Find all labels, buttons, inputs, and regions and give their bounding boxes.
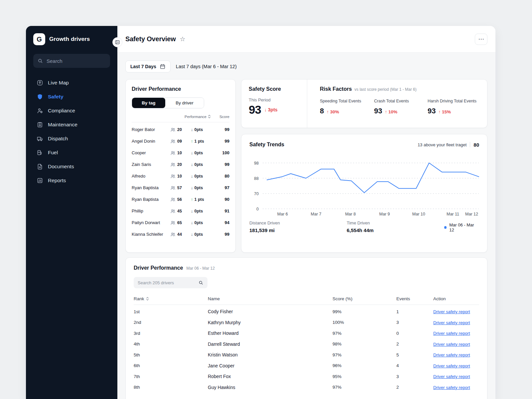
driver-safety-report-link[interactable]: Driver safety report	[433, 363, 470, 368]
favorite-star-icon[interactable]: ☆	[180, 35, 186, 43]
sidebar-item-maintenance[interactable]: Maintenance	[33, 118, 110, 132]
people-icon	[170, 208, 176, 214]
fleet-target: 13 above your fleet traget 80	[418, 142, 479, 148]
driver-count: 10	[170, 174, 191, 179]
card-title: Driver Performance	[132, 86, 229, 92]
safety-trends-card: Safety Trends 13 above your fleet traget…	[241, 134, 487, 253]
tab-by-tag[interactable]: By tag	[132, 98, 165, 108]
performance-delta: ↓ 0pts	[191, 208, 217, 213]
sort-icon	[146, 297, 149, 301]
sidebar-item-reports[interactable]: Reports	[33, 174, 110, 188]
events-cell: 1	[396, 309, 433, 314]
people-icon	[170, 127, 176, 132]
driver-safety-report-link[interactable]: Driver safety report	[433, 331, 470, 336]
events-cell: 4	[396, 363, 433, 368]
rank-cell: 7th	[134, 374, 208, 379]
driver-safety-report-link[interactable]: Driver safety report	[433, 385, 470, 390]
risk-stat-harsh-driving: Harsh Driving Total Events 93 ↑ 15%	[428, 99, 479, 115]
date-range-button[interactable]: Last 7 Days	[125, 61, 171, 72]
action-cell: Driver safety report	[433, 330, 479, 336]
search-icon	[199, 280, 203, 285]
performance-sort-header[interactable]: Performance	[185, 114, 211, 119]
driver-name: Roger Bator	[132, 127, 170, 132]
driver-safety-report-link[interactable]: Driver safety report	[433, 352, 470, 357]
sidebar-item-safety[interactable]: Safety	[33, 90, 110, 104]
score-cell: 96%	[332, 363, 396, 368]
driver-name: Kianna Schleifer	[132, 232, 170, 237]
down-arrow-icon: ↓	[191, 174, 193, 179]
events-cell: 5	[396, 352, 433, 357]
sidebar-item-fuel[interactable]: Fuel	[33, 146, 110, 160]
rank-sort-header[interactable]: Rank	[134, 296, 208, 301]
name-cell: Guy Hawkins	[208, 385, 332, 390]
sidebar-item-compliance[interactable]: Compliance	[33, 104, 110, 118]
sidebar-search[interactable]	[33, 54, 110, 68]
sidebar-item-documents[interactable]: Documents	[33, 160, 110, 174]
performance-row: Cooper 10 ↓ 0pts 100	[132, 147, 229, 159]
legend-label: Mar 06 - Mar 12	[449, 222, 479, 232]
performance-delta: ↓ 0pts	[191, 150, 217, 155]
table-row: 8th Guy Hawkins 97% 2 Driver safety repo…	[134, 382, 479, 393]
table-row: 2nd Kathryn Murphy 100% 3 Driver safety …	[134, 317, 479, 328]
svg-text:Mar 11: Mar 11	[447, 212, 459, 216]
table-row: 7th Robert Fox 95% 3 Driver safety repor…	[134, 371, 479, 382]
driver-safety-report-link[interactable]: Driver safety report	[433, 320, 470, 325]
down-arrow-icon: ↓	[191, 220, 193, 225]
date-range-text: Last 7 days (Mar 6 - Mar 12)	[176, 64, 237, 69]
performance-rows: Roger Bator 20 ↓ 0pts 99 Angel Donin 09 …	[132, 124, 229, 240]
time-driven-stat: Time Driven 6,554h 44m	[347, 220, 444, 233]
stat-value: 181,539 mi	[249, 227, 347, 233]
sidebar-collapse-button[interactable]	[112, 37, 122, 47]
performance-row: Kianna Schleifer 44 ↓ 0pts 99	[132, 228, 229, 240]
reports-icon	[37, 177, 43, 184]
name-cell: Darrell Steward	[208, 341, 332, 347]
sidebar-search-input[interactable]	[47, 58, 113, 64]
performance-table-header: Performance Score	[132, 114, 229, 122]
sidebar-item-dispatch[interactable]: Dispatch	[33, 132, 110, 146]
driver-name: Zain Saris	[132, 162, 170, 167]
driver-name: Ryan Baptista	[132, 185, 170, 190]
brand: G Growth drivers	[33, 33, 110, 45]
performance-delta: ↑ 1 pts	[191, 139, 217, 144]
sidebar-item-live-map[interactable]: Live Map	[33, 76, 110, 90]
action-cell: Driver safety report	[433, 341, 479, 347]
down-arrow-icon: ↓	[191, 127, 193, 132]
risk-stat-value: 93	[374, 107, 382, 115]
performance-delta: ↓ 0pts	[191, 174, 217, 179]
people-icon	[170, 139, 176, 144]
risk-stats: Speeding Total Events 8 ↑ 30% Crash Tota…	[320, 99, 479, 115]
drivers-search[interactable]	[134, 277, 207, 288]
driver-count: 56	[170, 197, 191, 202]
performance-delta: ↓ 0pts	[191, 185, 217, 190]
drivers-search-input[interactable]	[138, 280, 199, 285]
risk-stat-value: 93	[428, 107, 436, 115]
calendar-icon	[160, 64, 166, 69]
score-column-label: Score	[219, 115, 229, 119]
score-cell: 97%	[332, 331, 396, 336]
tab-by-driver[interactable]: By driver	[165, 98, 204, 108]
driver-score: 99	[217, 162, 229, 167]
more-options-button[interactable]: ⋯	[475, 34, 487, 45]
driver-count: 44	[170, 232, 191, 237]
people-icon	[170, 220, 176, 225]
people-icon	[170, 174, 176, 179]
driver-count: 20	[170, 127, 191, 132]
people-icon	[170, 150, 176, 156]
sidebar-item-label: Compliance	[48, 108, 75, 114]
performance-delta: ↓ 0pts	[191, 127, 217, 132]
driver-score: 91	[217, 208, 229, 213]
action-cell: Driver safety report	[433, 352, 479, 358]
driver-score: 80	[217, 174, 229, 179]
safety-score-card: Safety Score This Period 93 ↓ 3pts Risk …	[241, 79, 487, 128]
driver-safety-report-link[interactable]: Driver safety report	[433, 309, 470, 314]
performance-delta: ↓ 0pts	[191, 232, 217, 237]
svg-text:98: 98	[254, 161, 259, 166]
maintenance-icon	[37, 121, 43, 128]
svg-text:Mar 7: Mar 7	[311, 212, 322, 216]
driver-safety-report-link[interactable]: Driver safety report	[433, 342, 470, 347]
driver-count: 45	[170, 208, 191, 214]
driver-safety-report-link[interactable]: Driver safety report	[433, 374, 470, 379]
driver-performance-card: Driver Performance By tag By driver Perf…	[125, 79, 236, 253]
filter-row: Last 7 Days Last 7 days (Mar 6 - Mar 12)	[125, 61, 487, 72]
risk-factors-title: Risk Factors	[320, 86, 352, 92]
